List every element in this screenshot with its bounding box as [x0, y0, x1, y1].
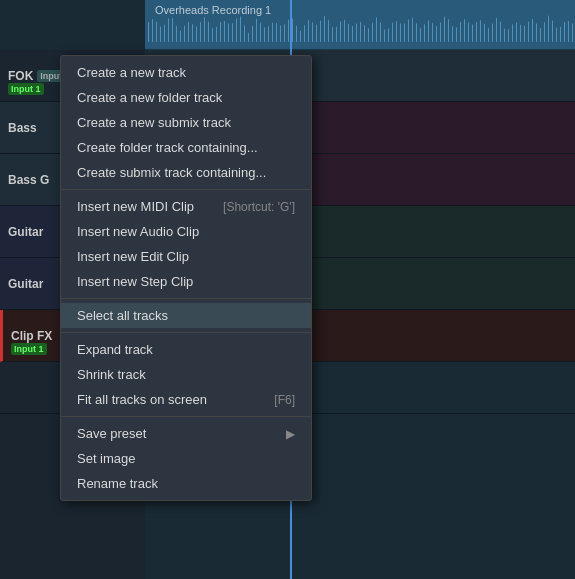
menu-item-create-new-track[interactable]: Create a new track	[61, 60, 311, 85]
menu-item-expand-track[interactable]: Expand track	[61, 337, 311, 362]
waveform-label: Overheads Recording 1	[155, 4, 271, 16]
track-name-bass: Bass	[8, 121, 37, 135]
submenu-arrow-icon: ▶	[286, 427, 295, 441]
separator-3	[61, 332, 311, 333]
menu-item-create-folder-containing[interactable]: Create folder track containing...	[61, 135, 311, 160]
track-name-guitar: Guitar	[8, 225, 43, 239]
context-menu: Create a new track Create a new folder t…	[60, 55, 312, 501]
menu-item-select-all-tracks[interactable]: Select all tracks	[61, 303, 311, 328]
track-name-fok: FOK	[8, 69, 33, 83]
menu-item-insert-edit-clip[interactable]: Insert new Edit Clip	[61, 244, 311, 269]
menu-item-fit-all-tracks[interactable]: Fit all tracks on screen [F6]	[61, 387, 311, 412]
track-name-bass-g: Bass G	[8, 173, 49, 187]
track-input-clip-fx: Input 1	[11, 343, 47, 355]
separator-2	[61, 298, 311, 299]
menu-item-insert-midi-clip[interactable]: Insert new MIDI Clip [Shortcut: 'G']	[61, 194, 311, 219]
menu-item-set-image[interactable]: Set image	[61, 446, 311, 471]
menu-item-insert-step-clip[interactable]: Insert new Step Clip	[61, 269, 311, 294]
menu-item-create-submix-containing[interactable]: Create submix track containing...	[61, 160, 311, 185]
menu-item-rename-track[interactable]: Rename track	[61, 471, 311, 496]
separator-1	[61, 189, 311, 190]
menu-item-create-submix-track[interactable]: Create a new submix track	[61, 110, 311, 135]
separator-4	[61, 416, 311, 417]
track-input-fok: Input 1	[8, 83, 44, 95]
track-name-guitar2: Guitar	[8, 277, 43, 291]
menu-item-shrink-track[interactable]: Shrink track	[61, 362, 311, 387]
menu-item-save-preset[interactable]: Save preset ▶	[61, 421, 311, 446]
waveform-bar: Overheads Recording 1	[145, 0, 575, 50]
track-name-clip-fx: Clip FX	[11, 329, 52, 343]
menu-item-create-folder-track[interactable]: Create a new folder track	[61, 85, 311, 110]
menu-item-insert-audio-clip[interactable]: Insert new Audio Clip	[61, 219, 311, 244]
